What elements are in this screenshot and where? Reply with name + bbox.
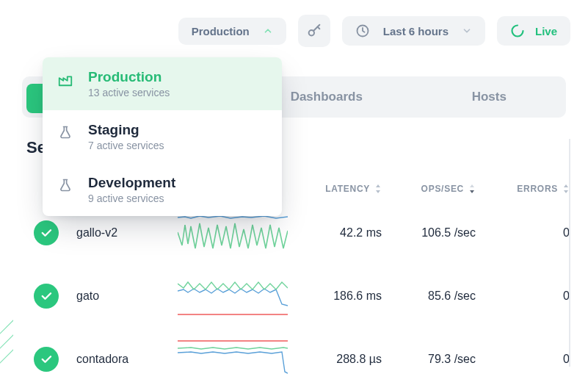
chevron-up-icon [263, 26, 273, 36]
key-icon [306, 23, 322, 39]
sparkline [178, 338, 288, 381]
dropdown-item-staging[interactable]: Staging 7 active services [43, 110, 282, 163]
status-ok-icon [34, 220, 59, 245]
ops-value: 106.5 /sec [388, 226, 476, 240]
errors-value: 0 [482, 226, 570, 240]
service-name: contadora [76, 353, 172, 366]
dropdown-item-title: Staging [88, 122, 164, 138]
flask-icon [57, 175, 73, 193]
live-spinner-icon [510, 24, 525, 38]
ops-value: 85.6 /sec [388, 289, 476, 303]
dropdown-item-subtitle: 9 active services [88, 192, 175, 204]
table-row[interactable]: gato 186.6 ms 85.6 /sec 0 [13, 265, 575, 328]
factory-icon [57, 69, 73, 87]
environment-dropdown: Production 13 active services Staging 7 … [43, 57, 282, 216]
col-latency[interactable]: LATENCY [294, 184, 382, 194]
service-name: gato [76, 289, 172, 303]
col-ops[interactable]: OPS/SEC [388, 184, 476, 194]
dropdown-item-development[interactable]: Development 9 active services [43, 163, 282, 216]
latency-value: 42.2 ms [294, 226, 382, 240]
service-name: gallo-v2 [76, 226, 172, 240]
chevron-down-icon [462, 26, 472, 36]
scrollbar[interactable] [569, 139, 570, 367]
dropdown-item-title: Production [88, 69, 170, 85]
environment-selector[interactable]: Production [178, 18, 286, 45]
tab-hosts[interactable]: Hosts [423, 84, 556, 110]
sort-icon [374, 184, 382, 193]
ops-value: 79.3 /sec [388, 353, 476, 366]
live-indicator[interactable]: Live [497, 16, 570, 46]
errors-value: 0 [482, 353, 570, 366]
table-row[interactable]: contadora 288.8 µs 79.3 /sec 0 [13, 328, 575, 385]
col-errors[interactable]: ERRORS [482, 184, 570, 194]
sort-desc-icon [468, 184, 476, 193]
key-button[interactable] [298, 15, 330, 47]
environment-label: Production [192, 25, 250, 37]
status-ok-icon [34, 347, 59, 372]
dropdown-item-title: Development [88, 175, 175, 191]
flask-icon [57, 122, 73, 140]
status-ok-icon [34, 284, 59, 309]
dropdown-item-subtitle: 13 active services [88, 87, 170, 98]
latency-value: 186.6 ms [294, 289, 382, 303]
sparkline [178, 275, 288, 317]
time-range-selector[interactable]: Last 6 hours [342, 16, 485, 46]
clock-icon [355, 24, 370, 38]
time-range-label: Last 6 hours [383, 25, 449, 37]
dropdown-item-production[interactable]: Production 13 active services [43, 57, 282, 110]
dropdown-item-subtitle: 7 active services [88, 140, 164, 151]
errors-value: 0 [482, 289, 570, 303]
top-bar: Production Last 6 hours [0, 0, 588, 62]
sparkline [178, 212, 288, 254]
latency-value: 288.8 µs [294, 353, 382, 366]
live-label: Live [535, 25, 557, 37]
